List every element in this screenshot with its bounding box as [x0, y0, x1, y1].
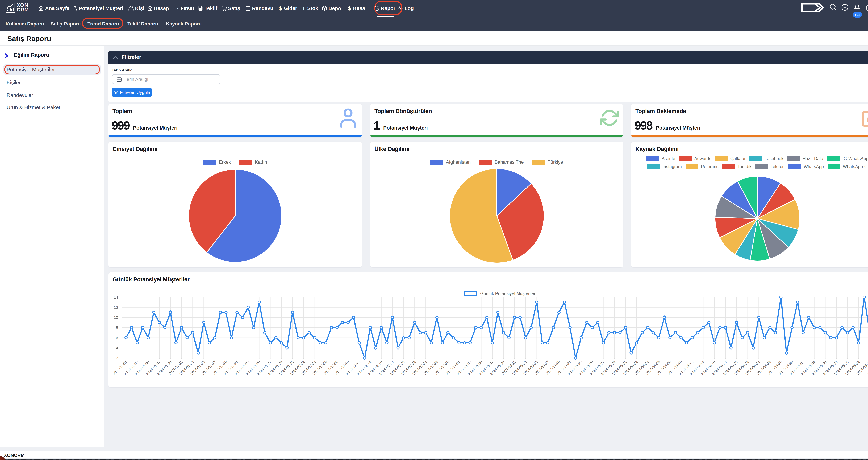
svg-text:10: 10 — [114, 315, 118, 320]
svg-text:12: 12 — [114, 305, 118, 309]
svg-text:6: 6 — [116, 336, 118, 340]
svg-text:2: 2 — [116, 356, 118, 360]
svg-text:14: 14 — [114, 295, 118, 299]
svg-text:8: 8 — [116, 325, 118, 330]
svg-text:4: 4 — [116, 346, 118, 350]
